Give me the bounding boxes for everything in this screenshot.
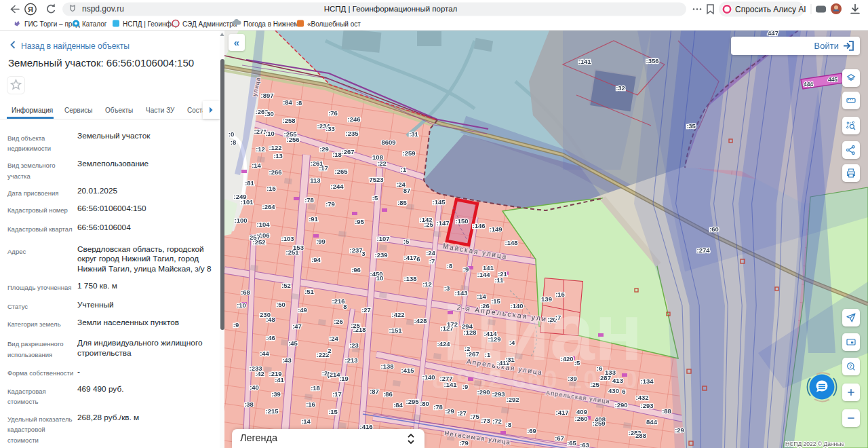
svg-text::76: :76	[328, 109, 338, 117]
svg-text:Спросить Алису AI: Спросить Алису AI	[735, 5, 806, 14]
svg-text:«Волшебный ост: «Волшебный ост	[307, 20, 361, 28]
svg-text::292: :292	[506, 396, 519, 403]
svg-text::100: :100	[234, 217, 247, 224]
svg-text::134: :134	[640, 377, 654, 385]
svg-text:447: 447	[768, 31, 778, 37]
svg-text:87: 87	[403, 187, 411, 194]
svg-text::5: :5	[403, 238, 410, 245]
svg-text:Каталог: Каталог	[82, 20, 107, 28]
svg-text::897: :897	[260, 92, 273, 99]
svg-text::87: :87	[370, 388, 379, 395]
svg-text:3: 3	[361, 250, 365, 257]
svg-text::8: :8	[296, 99, 302, 107]
svg-text::141: :141	[443, 381, 457, 388]
svg-text:172: 172	[447, 320, 458, 328]
svg-text::215: :215	[265, 407, 279, 415]
svg-text::12: :12	[256, 145, 265, 153]
svg-text::73: :73	[481, 417, 490, 424]
svg-text::9: :9	[463, 265, 469, 273]
svg-text::79: :79	[459, 439, 469, 447]
svg-text::65: :65	[567, 439, 576, 447]
svg-text::41: :41	[275, 376, 284, 384]
svg-text:8609: 8609	[381, 138, 395, 146]
svg-text::78: :78	[304, 196, 314, 204]
svg-text::25: :25	[590, 381, 599, 388]
svg-text::99: :99	[316, 238, 326, 245]
svg-text::5: :5	[372, 194, 378, 202]
svg-text::16: :16	[306, 400, 315, 408]
svg-text::29: :29	[319, 145, 329, 153]
svg-text::8: :8	[231, 138, 236, 146]
svg-text::75: :75	[470, 413, 479, 420]
svg-text::103: :103	[281, 235, 294, 242]
svg-text::267: :267	[466, 350, 479, 358]
svg-text::18: :18	[332, 151, 342, 158]
svg-text::104: :104	[256, 221, 270, 228]
svg-text::7: :7	[429, 257, 435, 265]
svg-text::32: :32	[616, 84, 625, 92]
svg-text::63: :63	[580, 441, 589, 448]
svg-text::8: :8	[506, 421, 511, 428]
svg-text::14: :14	[301, 417, 311, 425]
svg-text:230: 230	[260, 311, 271, 318]
svg-text:139: 139	[541, 295, 552, 303]
svg-text::96: :96	[351, 266, 361, 274]
svg-text::1: :1	[401, 166, 407, 173]
svg-text::256: :256	[286, 136, 299, 143]
svg-text::39: :39	[271, 390, 281, 398]
svg-text::46: :46	[266, 334, 275, 341]
svg-text::151: :151	[389, 326, 402, 334]
svg-text::148: :148	[505, 239, 517, 246]
svg-text::35: :35	[686, 122, 696, 130]
svg-text::25: :25	[351, 322, 360, 329]
svg-text::143: :143	[454, 289, 467, 297]
svg-text::91: :91	[309, 215, 318, 223]
svg-text::424: :424	[437, 340, 450, 348]
svg-text::16: :16	[267, 185, 276, 192]
svg-text::150: :150	[455, 217, 468, 225]
svg-text::4: :4	[509, 339, 515, 346]
svg-text::16: :16	[555, 291, 565, 298]
svg-text::14: :14	[477, 293, 486, 300]
svg-text::7: :7	[555, 314, 561, 321]
svg-text::12: :12	[422, 280, 432, 288]
svg-text::51: :51	[304, 288, 314, 295]
svg-text::78: :78	[433, 403, 443, 411]
svg-text::129: :129	[488, 335, 500, 343]
svg-text::24: :24	[426, 249, 435, 257]
svg-text:288: 288	[635, 432, 646, 439]
svg-text:153: 153	[293, 244, 304, 251]
svg-text::140: :140	[422, 373, 435, 381]
svg-text::266: :266	[269, 168, 281, 176]
svg-text:430: 430	[608, 387, 619, 394]
svg-text::52: :52	[281, 282, 291, 289]
svg-text::138: :138	[380, 362, 393, 370]
svg-text::25: :25	[424, 221, 433, 228]
svg-text::88: :88	[662, 407, 671, 415]
svg-text:413: 413	[612, 377, 623, 384]
svg-text::239: :239	[374, 251, 387, 259]
svg-text::84: :84	[283, 98, 292, 106]
svg-text::107: :107	[376, 235, 389, 242]
svg-text::293: :293	[640, 402, 653, 409]
svg-text::13: :13	[273, 152, 283, 160]
svg-text::141: :141	[578, 58, 591, 65]
svg-text::144: :144	[477, 271, 490, 278]
svg-text::42: :42	[255, 370, 264, 377]
svg-text::293: :293	[492, 390, 505, 398]
svg-text::18: :18	[311, 384, 320, 392]
svg-text::9: :9	[462, 383, 468, 390]
svg-text::267: :267	[341, 148, 354, 155]
svg-text:НСПД | Геоинформационный порта: НСПД | Геоинформационный портал	[324, 5, 458, 13]
svg-text::86: :86	[383, 390, 393, 398]
svg-text::24: :24	[329, 335, 338, 342]
svg-text::1: :1	[485, 351, 491, 358]
svg-text:7523: 7523	[369, 176, 383, 183]
svg-text::0: :0	[229, 130, 234, 138]
svg-text::146: :146	[472, 222, 485, 229]
svg-text::69: :69	[527, 427, 536, 434]
svg-text:10: 10	[376, 274, 384, 282]
svg-text::260: :260	[574, 415, 587, 422]
svg-text::259: :259	[402, 149, 415, 157]
svg-text::8: :8	[447, 262, 452, 269]
